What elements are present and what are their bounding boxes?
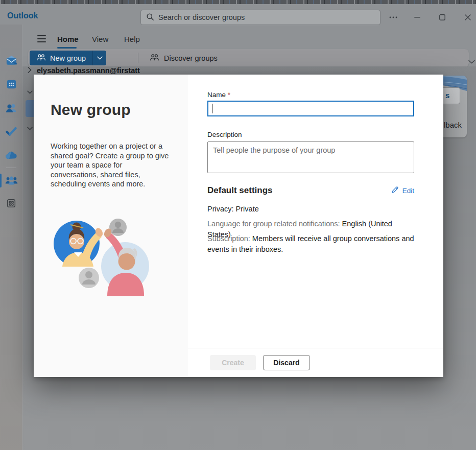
default-settings-heading: Default settings bbox=[207, 185, 273, 196]
new-group-split-button[interactable]: New group bbox=[30, 51, 106, 65]
tab-home[interactable]: Home bbox=[57, 32, 79, 45]
group-description-textarea[interactable] bbox=[207, 141, 414, 173]
to-do-icon[interactable] bbox=[5, 125, 18, 138]
create-button[interactable]: Create bbox=[210, 355, 256, 370]
calendar-icon[interactable] bbox=[5, 78, 18, 91]
mail-icon[interactable] bbox=[5, 54, 18, 67]
app-bar-divider bbox=[6, 168, 16, 168]
app-bar bbox=[0, 25, 22, 450]
pencil-icon bbox=[391, 185, 399, 196]
subscription-label: Subscription: bbox=[207, 234, 250, 243]
dialog-title: New group bbox=[51, 101, 131, 119]
subscription-setting-line: Subscription: Members will receive all g… bbox=[207, 233, 417, 255]
discard-button[interactable]: Discard bbox=[263, 355, 310, 370]
privacy-value: Private bbox=[236, 205, 259, 213]
group-collaboration-illustration bbox=[51, 215, 151, 296]
people-icon[interactable] bbox=[5, 101, 18, 114]
search-icon bbox=[146, 13, 154, 22]
discover-groups-label: Discover groups bbox=[164, 54, 218, 62]
edit-link-label: Edit bbox=[402, 187, 414, 195]
selected-app-indicator bbox=[0, 174, 2, 187]
outlook-logo: Outlook bbox=[7, 11, 38, 20]
people-icon bbox=[150, 54, 159, 63]
account-row[interactable]: elysabeth.passmann@firstatt bbox=[28, 65, 140, 76]
groups-icon[interactable] bbox=[5, 174, 18, 187]
account-name: elysabeth.passmann@firstatt bbox=[37, 66, 140, 75]
ribbon-toolbar: New group Discover groups bbox=[28, 49, 469, 67]
dialog-footer: Create Discard bbox=[188, 348, 443, 377]
chevron-down-icon[interactable] bbox=[27, 87, 33, 96]
people-add-icon bbox=[36, 54, 46, 63]
avatar-placeholder bbox=[109, 219, 127, 236]
language-label: Language for group related notifications… bbox=[207, 220, 340, 228]
name-field-label: Name * bbox=[207, 91, 230, 99]
collapse-ribbon-chevron-icon[interactable] bbox=[468, 57, 475, 66]
group-name-input-wrapper bbox=[207, 101, 414, 116]
edit-settings-link[interactable]: Edit bbox=[391, 185, 414, 196]
more-options-button[interactable] bbox=[386, 11, 401, 23]
new-group-button[interactable]: New group bbox=[30, 51, 92, 65]
required-marker: * bbox=[228, 91, 230, 99]
active-tab-indicator bbox=[57, 47, 77, 49]
hamburger-menu-icon[interactable] bbox=[36, 32, 50, 45]
tab-help[interactable]: Help bbox=[124, 32, 140, 45]
new-group-dialog: New group Working together on a project … bbox=[34, 75, 443, 377]
toolbar-separator bbox=[138, 53, 138, 63]
privacy-setting-line: Privacy: Private bbox=[207, 204, 417, 215]
group-name-input[interactable] bbox=[208, 102, 413, 115]
dialog-form-panel: Name * Description Default settings bbox=[188, 75, 443, 377]
privacy-label: Privacy: bbox=[207, 205, 234, 213]
background-window-strip bbox=[0, 0, 476, 4]
onedrive-icon[interactable] bbox=[5, 149, 18, 162]
maximize-button[interactable] bbox=[435, 11, 450, 23]
discover-groups-button[interactable]: Discover groups bbox=[144, 51, 224, 65]
outlook-window: Outlook Search or discover groups Home V… bbox=[0, 0, 476, 450]
chevron-down-icon[interactable] bbox=[27, 123, 33, 132]
new-group-dropdown-button[interactable] bbox=[92, 51, 106, 65]
description-field-label: Description bbox=[207, 131, 242, 138]
tab-view[interactable]: View bbox=[92, 32, 108, 45]
search-placeholder-text: Search or discover groups bbox=[158, 13, 245, 21]
more-apps-icon[interactable] bbox=[5, 197, 18, 210]
new-group-label: New group bbox=[50, 54, 86, 62]
chevron-right-icon bbox=[28, 66, 32, 75]
minimize-button[interactable] bbox=[410, 11, 425, 23]
text-caret bbox=[212, 104, 212, 113]
dialog-description-text: Working together on a project or a share… bbox=[51, 141, 169, 189]
title-bar: Outlook Search or discover groups Home V… bbox=[0, 4, 476, 66]
dialog-info-panel: New group Working together on a project … bbox=[34, 75, 188, 377]
search-input[interactable]: Search or discover groups bbox=[140, 10, 380, 25]
avatar-placeholder bbox=[79, 268, 99, 288]
promo-button-text-fragment: s bbox=[445, 91, 449, 100]
promo-text-fragment: lback bbox=[444, 121, 462, 129]
close-icon[interactable] bbox=[460, 11, 475, 23]
